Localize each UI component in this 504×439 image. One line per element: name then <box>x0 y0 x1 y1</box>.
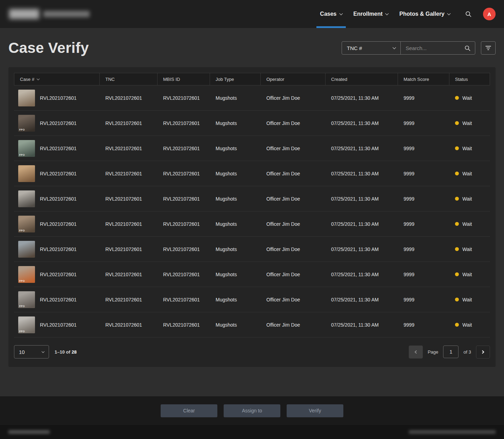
row-thumbnail[interactable]: FPO <box>18 291 35 308</box>
status-cell: Wait <box>449 246 490 252</box>
page-label: Page <box>428 349 438 355</box>
status-label: Wait <box>462 322 472 328</box>
column-header-created[interactable]: Created <box>326 73 398 85</box>
search-submit-button[interactable] <box>463 44 471 52</box>
row-thumbnail[interactable] <box>18 165 35 182</box>
nav-item-enrollment[interactable]: Enrollment <box>354 0 388 28</box>
row-thumbnail[interactable] <box>18 90 35 106</box>
status-label: Wait <box>462 146 472 151</box>
fpo-label: FPO <box>19 280 25 282</box>
verify-button[interactable]: Verify <box>287 404 343 417</box>
page-size-value: 10 <box>19 349 25 355</box>
created-value: 07/25/2021, 11:30 AM <box>326 146 398 151</box>
table-row[interactable]: FPO RVL2021072601 RVL2021072601 RVL20210… <box>14 262 490 287</box>
table-row[interactable]: RVL2021072601 RVL2021072601 RVL202107260… <box>14 186 490 211</box>
prev-page-button[interactable] <box>409 346 423 358</box>
status-label: Wait <box>462 297 472 302</box>
range-total: 28 <box>71 349 76 355</box>
column-header-status[interactable]: Status <box>449 73 490 85</box>
app-logo[interactable] <box>8 7 92 21</box>
row-thumbnail[interactable] <box>18 241 35 258</box>
status-dot <box>455 272 459 276</box>
column-header-operator[interactable]: Operator <box>261 73 326 85</box>
mbis-id-value: RVL2021072601 <box>158 171 210 176</box>
status-dot <box>455 121 459 125</box>
table-row[interactable]: FPO RVL2021072601 RVL2021072601 RVL20210… <box>14 211 490 237</box>
fpo-label: FPO <box>19 128 25 131</box>
created-value: 07/25/2021, 11:30 AM <box>326 322 398 328</box>
sort-chevron-icon[interactable] <box>37 77 40 80</box>
fpo-label: FPO <box>19 154 25 156</box>
match-score-value: 9999 <box>398 272 449 277</box>
job-type-value: Mugshots <box>210 146 261 151</box>
row-thumbnail[interactable]: FPO <box>18 266 35 283</box>
created-value: 07/25/2021, 11:30 AM <box>326 196 398 202</box>
column-header-case[interactable]: Case # <box>14 73 100 85</box>
status-cell: Wait <box>449 146 490 151</box>
nav-item-cases[interactable]: Cases <box>320 0 342 28</box>
operator-value: Officer Jim Doe <box>261 221 326 227</box>
tnc-value: RVL2021072601 <box>100 221 158 227</box>
row-thumbnail[interactable]: FPO <box>18 140 35 157</box>
row-thumbnail[interactable]: FPO <box>18 216 35 232</box>
page-size-select[interactable]: 10 <box>14 345 49 358</box>
range-label: 1–10 of <box>55 349 71 355</box>
operator-value: Officer Jim Doe <box>261 95 326 101</box>
match-score-value: 9999 <box>398 171 449 176</box>
search-icon <box>465 11 472 18</box>
fpo-label: FPO <box>19 330 25 333</box>
footer-left-redacted-text <box>8 430 50 434</box>
mbis-id-value: RVL2021072601 <box>158 322 210 328</box>
column-header-match-score[interactable]: Match Score <box>398 73 449 85</box>
search-icon <box>464 45 471 51</box>
column-label: Created <box>331 77 347 82</box>
search-input[interactable] <box>406 45 463 51</box>
table-row[interactable]: RVL2021072601 RVL2021072601 RVL202107260… <box>14 237 490 262</box>
status-cell: Wait <box>449 171 490 176</box>
filter-button[interactable] <box>481 41 496 55</box>
table-row[interactable]: RVL2021072601 RVL2021072601 RVL202107260… <box>14 161 490 186</box>
table-body: RVL2021072601 RVL2021072601 RVL202107260… <box>14 85 490 337</box>
column-header-job-type[interactable]: Job Type <box>210 73 261 85</box>
nav-search-button[interactable] <box>462 8 475 20</box>
table-row[interactable]: FPO RVL2021072601 RVL2021072601 RVL20210… <box>14 312 490 337</box>
search-type-dropdown[interactable]: TNC # <box>342 42 401 54</box>
created-value: 07/25/2021, 11:30 AM <box>326 120 398 126</box>
table-row[interactable]: FPO RVL2021072601 RVL2021072601 RVL20210… <box>14 136 490 161</box>
page-header: Case Verify TNC # <box>0 28 504 67</box>
column-header-tnc[interactable]: TNC <box>100 73 158 85</box>
row-thumbnail[interactable]: FPO <box>18 316 35 333</box>
tnc-value: RVL2021072601 <box>100 297 158 302</box>
match-score-value: 9999 <box>398 120 449 126</box>
search-box <box>401 42 475 54</box>
chevron-right-icon <box>481 350 484 354</box>
case-cell: FPO RVL2021072601 <box>14 216 100 232</box>
pagination-range: 1–10 of 28 <box>55 349 77 355</box>
table-row[interactable]: RVL2021072601 RVL2021072601 RVL202107260… <box>14 85 490 111</box>
job-type-value: Mugshots <box>210 297 261 302</box>
chevron-down-icon <box>385 12 389 15</box>
next-page-button[interactable] <box>476 346 490 358</box>
row-thumbnail[interactable] <box>18 190 35 207</box>
page-number-input[interactable] <box>443 346 458 358</box>
case-table-card: Case # TNC MBIS ID Job Type Operator Cre… <box>8 67 496 367</box>
column-header-mbis-id[interactable]: MBIS ID <box>158 73 210 85</box>
clear-button[interactable]: Clear <box>161 404 217 417</box>
user-avatar[interactable]: A <box>483 8 496 20</box>
assign-to-button[interactable]: Assign to <box>224 404 280 417</box>
case-number: RVL2021072601 <box>40 297 77 302</box>
match-score-value: 9999 <box>398 221 449 227</box>
column-label: Operator <box>266 77 284 82</box>
case-cell: FPO RVL2021072601 <box>14 115 100 132</box>
job-type-value: Mugshots <box>210 322 261 328</box>
created-value: 07/25/2021, 11:30 AM <box>326 221 398 227</box>
page-footer <box>0 425 504 439</box>
job-type-value: Mugshots <box>210 171 261 176</box>
table-row[interactable]: FPO RVL2021072601 RVL2021072601 RVL20210… <box>14 287 490 312</box>
pagination-bar: 10 1–10 of 28 Page of 3 <box>14 337 490 361</box>
status-dot <box>455 323 459 327</box>
created-value: 07/25/2021, 11:30 AM <box>326 297 398 302</box>
nav-item-photos-gallery[interactable]: Photos & Gallery <box>399 0 450 28</box>
row-thumbnail[interactable]: FPO <box>18 115 35 132</box>
table-row[interactable]: FPO RVL2021072601 RVL2021072601 RVL20210… <box>14 111 490 136</box>
